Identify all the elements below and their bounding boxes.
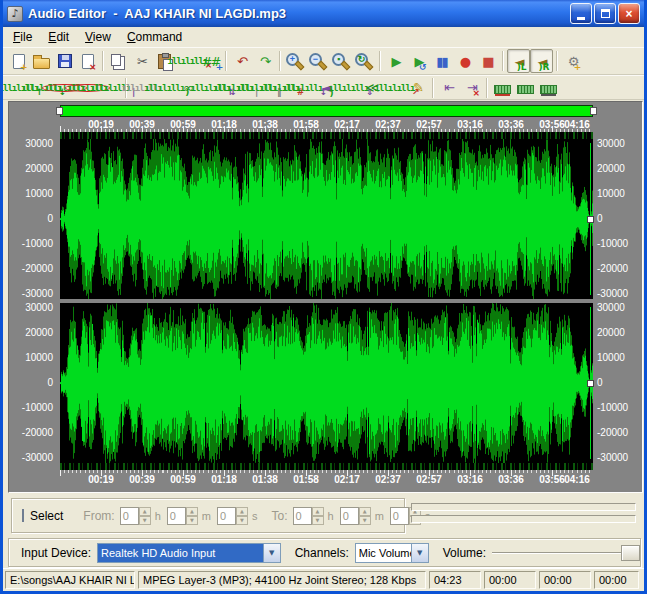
edit-marker-button[interactable]: ✎: [406, 77, 429, 98]
normalize-button[interactable]: |: [99, 77, 122, 98]
from-h-spinner: 0▲▼: [120, 507, 151, 525]
menu-edit[interactable]: Edit: [40, 28, 77, 46]
channels-select[interactable]: Mic Volume ▼: [355, 543, 429, 563]
selection-end-marker-button[interactable]: ⇥×: [460, 77, 483, 98]
title-bar[interactable]: ♪ Audio Editor - AAJ KHAIR NI LAGDI.mp3 …: [3, 0, 644, 27]
spin-up-button[interactable]: ▲: [312, 507, 324, 516]
to-label: To:: [272, 509, 288, 523]
redo-button[interactable]: ↷: [253, 49, 276, 73]
undo-button[interactable]: ↶: [230, 49, 253, 73]
timeline-b-button[interactable]: [514, 77, 537, 98]
play-button[interactable]: ▶: [384, 49, 407, 73]
unit-label: h: [328, 510, 334, 522]
insert-silence-button[interactable]: ##+: [199, 49, 222, 73]
spin-up-button[interactable]: ▲: [186, 507, 198, 516]
settings-button[interactable]: ⚙+: [561, 49, 584, 73]
to-h-input[interactable]: 0: [293, 507, 312, 525]
play-selection-button[interactable]: ▶↺: [407, 49, 430, 73]
spin-down-button[interactable]: ▼: [312, 516, 324, 525]
amplitude-tick-label: -30000: [597, 289, 628, 299]
waveform-right-channel[interactable]: [60, 303, 593, 463]
waveform-left-channel[interactable]: [60, 139, 593, 299]
resample-button[interactable]: ↗: [383, 77, 406, 98]
spin-down-button[interactable]: ▼: [359, 516, 371, 525]
right-channel-button[interactable]: ◄)R: [530, 49, 553, 73]
undo-icon: ↶: [237, 55, 246, 68]
from-s-input[interactable]: 0: [217, 507, 236, 525]
menu-command[interactable]: Command: [119, 28, 190, 46]
zoom-full-icon: ↻: [355, 53, 368, 66]
zero-marker-right-channel[interactable]: [587, 380, 594, 387]
timeline-a-button[interactable]: [491, 77, 514, 98]
zoom-in-button[interactable]: +: [284, 49, 307, 73]
menu-file[interactable]: File: [5, 28, 40, 46]
timeline-a-icon: [494, 85, 511, 94]
time-tick-label: 04:16: [564, 119, 590, 130]
echo-button[interactable]: ): [153, 77, 176, 98]
amplitude-tick-label: 10000: [597, 353, 625, 363]
amplitude-tick-label: -30000: [9, 289, 53, 299]
select-checkbox[interactable]: [22, 509, 24, 522]
equalizer-button[interactable]: ⇕: [337, 77, 360, 98]
to-s-input[interactable]: 0: [390, 507, 409, 525]
from-h-input[interactable]: 0: [120, 507, 139, 525]
time-tick-label: 01:18: [211, 474, 237, 485]
audio-editor-window: ♪ Audio Editor - AAJ KHAIR NI LAGDI.mp3 …: [0, 0, 647, 594]
stretch-button[interactable]: ↕: [291, 77, 314, 98]
volume-slider-handle[interactable]: [621, 545, 640, 561]
volume-label: Volume:: [443, 546, 486, 560]
open-file-button[interactable]: [30, 49, 53, 73]
selection-handle-left[interactable]: [56, 107, 63, 115]
volume-slider-track[interactable]: [492, 552, 629, 554]
time-tick-label: 00:39: [129, 474, 155, 485]
amplitude-tick-label: 0: [9, 214, 53, 224]
selection-range-bar[interactable]: [60, 105, 593, 117]
zero-marker-left-channel[interactable]: [587, 216, 594, 223]
copy-button[interactable]: [107, 49, 130, 73]
input-device-dropdown-arrow[interactable]: ▼: [263, 544, 280, 562]
zoom-selection-button[interactable]: ▪: [330, 49, 353, 73]
maximize-button[interactable]: [594, 3, 616, 24]
to-m-input[interactable]: 0: [340, 507, 359, 525]
time-ruler-bottom[interactable]: 00:1900:3900:5901:1801:3801:5802:1702:37…: [60, 470, 593, 485]
zoom-out-button[interactable]: −: [307, 49, 330, 73]
spin-down-button[interactable]: ▼: [186, 516, 198, 525]
toolbar-separator: [279, 51, 281, 71]
record-button[interactable]: ●: [453, 49, 476, 73]
edit-marker-icon: ✎: [413, 81, 422, 94]
new-file-button[interactable]: +: [7, 49, 30, 73]
delete-selection-button[interactable]: ×: [176, 49, 199, 73]
time-ruler-top[interactable]: 00:1900:3900:5901:1801:3801:5802:1702:37…: [60, 118, 593, 132]
channels-dropdown-arrow[interactable]: ▼: [411, 544, 428, 562]
pause-button[interactable]: ▮▮: [430, 49, 453, 73]
menu-view[interactable]: View: [77, 28, 119, 46]
selection-start-marker-button[interactable]: ⇤: [437, 77, 460, 98]
spin-up-button[interactable]: ▲: [236, 507, 248, 516]
spin-up-button[interactable]: ▲: [359, 507, 371, 516]
left-channel-button[interactable]: ◄)L: [507, 49, 530, 73]
close-button[interactable]: ×: [618, 3, 640, 24]
close-file-button[interactable]: ×: [76, 49, 99, 73]
timeline-c-button[interactable]: [537, 77, 560, 98]
stop-button[interactable]: ■: [476, 49, 499, 73]
input-device-select[interactable]: Realtek HD Audio Input ▼: [97, 543, 281, 563]
selection-handle-right[interactable]: [590, 107, 597, 115]
spin-down-button[interactable]: ▼: [139, 516, 151, 525]
amplitude-tick-label: -10000: [597, 403, 628, 413]
amplitude-tick-label: -10000: [9, 239, 53, 249]
spin-up-button[interactable]: ▲: [139, 507, 151, 516]
zoom-full-button[interactable]: ↻: [353, 49, 376, 73]
time-tick-label: 01:38: [252, 474, 278, 485]
time-tick-label: 00:59: [170, 474, 196, 485]
cut-button[interactable]: ✂: [130, 49, 153, 73]
from-m-input[interactable]: 0: [167, 507, 186, 525]
save-file-button[interactable]: [53, 49, 76, 73]
window-title: Audio Editor - AAJ KHAIR NI LAGDI.mp3: [28, 6, 568, 21]
toolbar-separator: [379, 51, 381, 71]
overview-strip-top: [60, 132, 593, 139]
spin-down-button[interactable]: ▼: [236, 516, 248, 525]
amplitude-tick-label: 10000: [597, 189, 625, 199]
minimize-button[interactable]: [570, 3, 592, 24]
time-tick-label: 02:57: [416, 119, 442, 130]
new-file-icon: +: [13, 54, 25, 69]
